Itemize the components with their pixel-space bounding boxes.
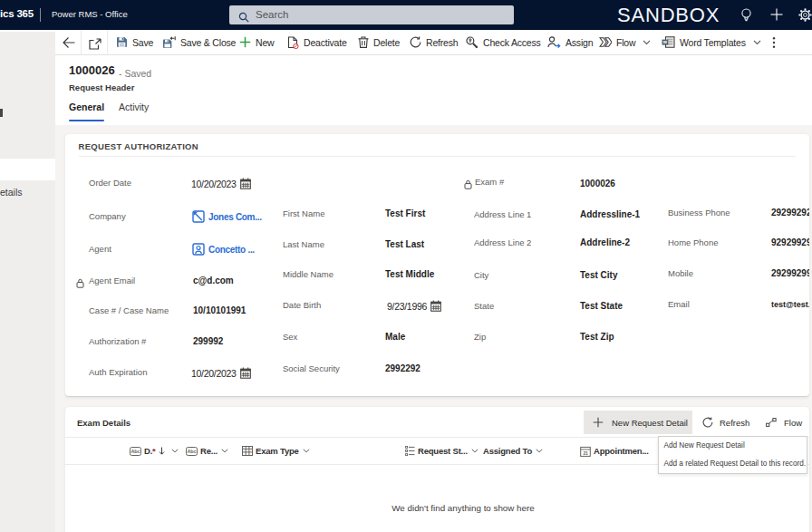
svg-text:Abc: Abc	[188, 449, 197, 454]
svg-text:21: 21	[583, 450, 588, 455]
svg-text:Abc: Abc	[131, 449, 140, 454]
